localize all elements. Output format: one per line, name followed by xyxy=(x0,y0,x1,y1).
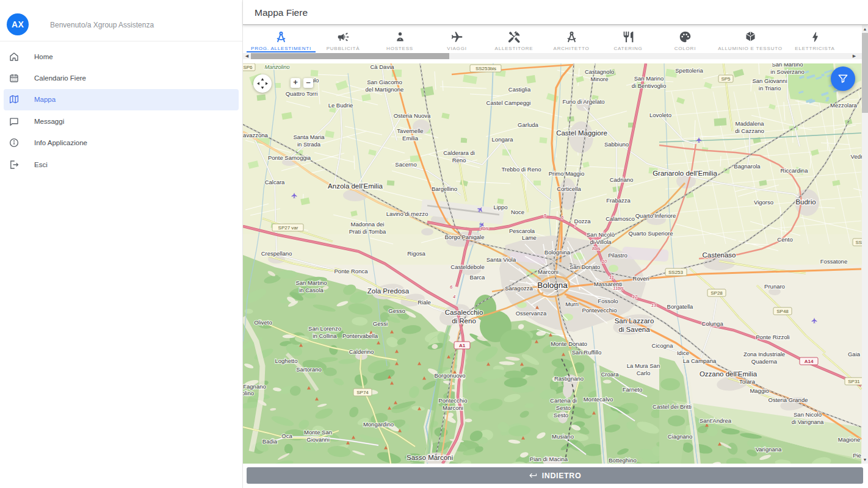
svg-text:Casalecchio: Casalecchio xyxy=(445,309,483,316)
svg-text:Vigorso: Vigorso xyxy=(754,199,773,206)
svg-text:SS253bis: SS253bis xyxy=(476,66,496,71)
svg-text:Castenaso: Castenaso xyxy=(703,251,736,259)
svg-text:Castiglia: Castiglia xyxy=(508,86,531,93)
svg-text:Tavernelle: Tavernelle xyxy=(397,127,423,134)
svg-text:Castel dei Britti: Castel dei Britti xyxy=(653,403,692,410)
svg-text:Murri: Murri xyxy=(565,301,579,307)
svg-text:Sabbiuno: Sabbiuno xyxy=(604,141,629,148)
svg-text:Fagnano: Fagnano xyxy=(243,383,266,390)
svg-text:Riale: Riale xyxy=(418,299,431,306)
svg-text:A14: A14 xyxy=(805,359,814,364)
svg-text:4bis: 4bis xyxy=(480,226,489,231)
svg-text:Borgatella: Borgatella xyxy=(667,303,693,310)
svg-text:Pie: Pie xyxy=(853,452,861,459)
svg-text:Rastignano: Rastignano xyxy=(554,375,584,382)
svg-text:Reno: Reno xyxy=(452,157,466,163)
svg-text:Croara: Croara xyxy=(601,371,619,378)
svg-text:Riccardina: Riccardina xyxy=(781,167,809,174)
svg-text:Lovoleto: Lovoleto xyxy=(649,112,671,118)
svg-text:Osteria Nuova: Osteria Nuova xyxy=(394,112,431,119)
svg-text:12: 12 xyxy=(632,294,638,300)
svg-text:Botteghino: Botteghino xyxy=(609,457,636,464)
svg-text:Cà Davia: Cà Davia xyxy=(370,63,394,70)
svg-text:8bis: 8bis xyxy=(592,246,601,251)
svg-text:La Mura San: La Mura San xyxy=(627,362,660,369)
svg-text:San Giacomo: San Giacomo xyxy=(367,79,402,85)
svg-text:Monte San: Monte San xyxy=(304,429,332,436)
svg-text:Ponte Rizzoli: Ponte Rizzoli xyxy=(756,334,789,340)
svg-text:San Lorenzo: San Lorenzo xyxy=(308,325,341,332)
svg-text:Marconi: Marconi xyxy=(443,404,463,411)
svg-text:Borgonuovo: Borgonuovo xyxy=(434,372,465,379)
svg-text:Cicogna: Cicogna xyxy=(652,342,674,349)
svg-text:Trebbo di Reno: Trebbo di Reno xyxy=(501,166,541,173)
svg-text:Cavazzona: Cavazzona xyxy=(243,132,268,138)
svg-text:San Marino: San Marino xyxy=(634,75,664,82)
svg-text:Giovanni: Giovanni xyxy=(306,436,330,443)
svg-text:Mezzolara: Mezzolara xyxy=(830,102,858,109)
svg-text:di Villola: di Villola xyxy=(590,239,612,245)
svg-text:Lippo: Lippo xyxy=(493,204,507,210)
svg-text:10: 10 xyxy=(602,259,607,264)
svg-text:San Giovanni: San Giovanni xyxy=(752,77,787,84)
svg-text:Noce: Noce xyxy=(511,209,524,215)
svg-text:Fossolo: Fossolo xyxy=(598,298,618,304)
svg-text:Vedra: Vedra xyxy=(851,153,862,160)
svg-text:A1: A1 xyxy=(459,343,466,348)
svg-text:Longara: Longara xyxy=(492,136,514,143)
svg-text:Ozzano dell'Emilia: Ozzano dell'Emilia xyxy=(700,370,758,378)
svg-text:SP28: SP28 xyxy=(711,290,723,296)
svg-text:Bologna: Bologna xyxy=(537,281,568,290)
svg-text:Ponte Ronca: Ponte Ronca xyxy=(335,268,369,274)
svg-text:Le Budrie: Le Budrie xyxy=(328,102,353,109)
svg-text:Borgo Panigale: Borgo Panigale xyxy=(445,234,485,240)
svg-text:La Campana: La Campana xyxy=(683,357,717,364)
svg-text:Sartorano: Sartorano xyxy=(296,366,322,373)
svg-text:del Martignone: del Martignone xyxy=(366,86,404,93)
svg-text:Pontecchio: Pontecchio xyxy=(438,397,467,404)
svg-text:Lame: Lame xyxy=(522,234,537,241)
svg-text:di Savena: di Savena xyxy=(618,326,650,333)
svg-text:Casteldebole: Casteldebole xyxy=(450,264,484,270)
svg-text:Badia: Badia xyxy=(262,438,278,445)
svg-text:Zola Predosa: Zola Predosa xyxy=(367,287,410,295)
svg-text:Granarolo dell'Emilia: Granarolo dell'Emilia xyxy=(653,170,717,177)
svg-text:Funo di Argelato: Funo di Argelato xyxy=(562,98,604,105)
svg-text:San Donato: San Donato xyxy=(570,264,600,270)
svg-text:Cento: Cento xyxy=(777,236,792,243)
svg-text:Montecalvo: Montecalvo xyxy=(584,396,613,403)
svg-text:Zona Industriale: Zona Industriale xyxy=(743,351,785,357)
svg-text:San Martino: San Martino xyxy=(772,63,803,68)
svg-text:Osteria Grande: Osteria Grande xyxy=(769,396,808,403)
svg-text:Gesso: Gesso xyxy=(388,307,405,314)
svg-text:SP27 var: SP27 var xyxy=(278,225,298,231)
svg-text:13: 13 xyxy=(651,303,657,308)
svg-text:Sasso Marconi: Sasso Marconi xyxy=(407,454,453,461)
svg-text:Tolara: Tolara xyxy=(739,378,756,385)
svg-text:Garluda: Garluda xyxy=(518,121,539,128)
svg-text:Mongardino: Mongardino xyxy=(363,421,394,428)
svg-text:in Casola: in Casola xyxy=(299,287,324,293)
svg-text:SP5: SP5 xyxy=(721,76,731,82)
svg-text:Bagnarola: Bagnarola xyxy=(734,163,761,170)
svg-text:Loghetto: Loghetto xyxy=(275,357,298,364)
svg-text:Quarto Superiore: Quarto Superiore xyxy=(629,230,673,237)
svg-text:Bargellino: Bargellino xyxy=(432,185,457,192)
svg-text:Pontervabella: Pontervabella xyxy=(342,332,378,339)
svg-text:Colunga: Colunga xyxy=(701,320,723,327)
svg-text:11bis: 11bis xyxy=(613,285,624,291)
svg-text:Cadriano: Cadriano xyxy=(610,176,634,183)
svg-text:Gessi: Gessi xyxy=(373,320,388,327)
svg-text:Ciagnano: Ciagnano xyxy=(668,433,693,440)
svg-text:Marconi: Marconi xyxy=(538,268,559,275)
svg-text:Santa Maria: Santa Maria xyxy=(293,134,325,140)
svg-text:SP6: SP6 xyxy=(243,65,253,70)
svg-text:Anzola dell'Emilia: Anzola dell'Emilia xyxy=(328,182,383,190)
svg-text:Pescarola: Pescarola xyxy=(509,228,535,234)
svg-text:Prunaro: Prunaro xyxy=(764,283,785,290)
svg-text:Spettoleria: Spettoleria xyxy=(675,67,703,74)
svg-text:Carlo: Carlo xyxy=(637,370,651,376)
svg-text:Oca: Oca xyxy=(281,432,292,439)
svg-text:in Soverzano: in Soverzano xyxy=(770,68,804,75)
svg-text:Crespellano: Crespellano xyxy=(261,250,292,257)
